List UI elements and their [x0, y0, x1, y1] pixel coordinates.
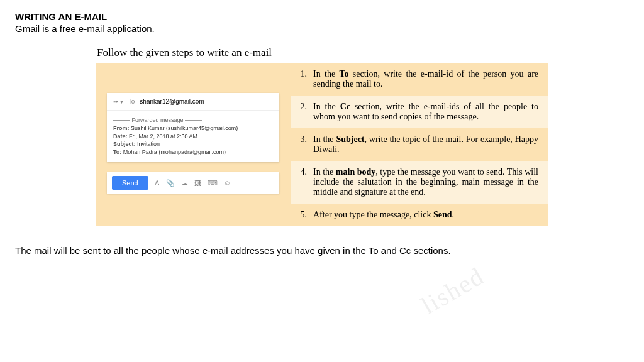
expand-arrow-icon: ➠ ▾ [113, 98, 123, 105]
step-text: In the Cc section, write the e-mail-ids … [313, 102, 538, 122]
figure-row: ➠ ▾ To shankar12@gmail.com ——— Forwarded… [96, 63, 548, 226]
figure-block: Follow the given steps to write an e-mai… [96, 47, 548, 226]
step-5: 5.After you type the message, click Send… [291, 204, 548, 226]
step-3: 3.In the Subject, write the topic of the… [291, 128, 548, 161]
page-subtitle: Gmail is a free e-mail application. [15, 23, 629, 34]
compose-to-row: ➠ ▾ To shankar12@gmail.com [107, 93, 279, 111]
to-label: To [128, 98, 135, 105]
from-label: From: [113, 125, 130, 131]
step-4: 4.In the main body, type the message you… [291, 161, 548, 204]
step-text: In the main body, type the message you w… [313, 167, 538, 197]
attach-icon[interactable]: 📎 [166, 179, 175, 187]
link-icon[interactable]: ⌨ [208, 179, 218, 187]
to-value: shankar12@gmail.com [140, 98, 204, 105]
emoji-icon[interactable]: ☺ [224, 179, 231, 187]
step-number: 3. [297, 134, 307, 155]
page-title: WRITING AN E-MAIL [15, 11, 629, 22]
forwarded-divider: ——— Forwarded message ——— [107, 111, 279, 124]
subject-label: Subject: [113, 141, 136, 147]
steps-panel: 1.In the To section, write the e-mail-id… [291, 63, 548, 226]
figure-caption: Follow the given steps to write an e-mai… [97, 47, 548, 59]
step-number: 4. [297, 167, 307, 197]
step-text: In the Subject, write the topic of the m… [313, 134, 538, 155]
step-1: 1.In the To section, write the e-mail-id… [291, 63, 548, 96]
date-value: Fri, Mar 2, 2018 at 2:30 AM [129, 133, 197, 140]
content-wrap: Follow the given steps to write an e-mai… [15, 47, 629, 226]
footer-note: The mail will be sent to all the people … [15, 245, 629, 256]
to2-value: Mohan Padra (mohanpadra@gmail.com) [123, 149, 226, 155]
watermark: lished [416, 261, 490, 320]
compose-card: ➠ ▾ To shankar12@gmail.com ——— Forwarded… [107, 93, 279, 162]
to2-label: To: [113, 149, 121, 155]
step-number: 1. [297, 69, 307, 89]
drive-icon[interactable]: ☁ [181, 179, 188, 187]
subject-value: Invitation [137, 141, 160, 147]
step-number: 2. [297, 102, 307, 122]
compose-toolbar: Send A̲ 📎 ☁ 🖼 ⌨ ☺ [107, 172, 279, 194]
compose-panel: ➠ ▾ To shankar12@gmail.com ——— Forwarded… [96, 63, 291, 226]
from-value: Sushil Kumar (sushilkumar45@gmail.com) [131, 125, 238, 131]
step-2: 2.In the Cc section, write the e-mail-id… [291, 96, 548, 128]
photo-icon[interactable]: 🖼 [194, 179, 201, 187]
step-text: After you type the message, click Send. [313, 210, 454, 220]
step-text: In the To section, write the e-mail-id o… [313, 69, 538, 89]
font-icon[interactable]: A̲ [155, 179, 160, 187]
step-number: 5. [297, 210, 307, 220]
forwarded-meta: From: Sushil Kumar (sushilkumar45@gmail.… [107, 124, 279, 162]
date-label: Date: [113, 133, 128, 140]
send-button[interactable]: Send [112, 176, 148, 190]
